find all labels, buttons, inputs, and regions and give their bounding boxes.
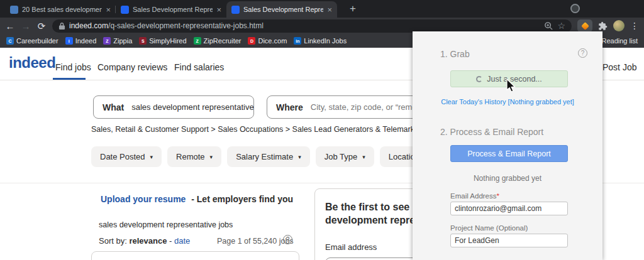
dice-favicon: D <box>248 37 255 45</box>
clear-history-link[interactable]: Clear Today's History [Nothing grabbed y… <box>413 98 602 106</box>
where-placeholder: City, state, zip code, or “remote” <box>311 102 426 112</box>
leadgrabber-extension-icon[interactable] <box>577 19 592 32</box>
panel-help-icon[interactable]: ? <box>578 48 587 58</box>
tab-2[interactable]: Sales Development Representati × <box>116 1 226 18</box>
ziprecruiter-favicon: Z <box>194 37 201 45</box>
new-tab-button[interactable]: + <box>350 3 356 15</box>
sort-by-label: Sort by: <box>99 236 127 246</box>
filter-label: Date Posted <box>100 152 145 161</box>
bookmark-label: Dice.com <box>258 37 287 45</box>
zippia-favicon: Z <box>103 37 111 45</box>
tab-title: Sales Development Representati <box>133 6 213 13</box>
nav-find-salaries[interactable]: Find salaries <box>174 62 224 72</box>
nav-find-jobs[interactable]: Find jobs <box>55 62 91 72</box>
close-tab-icon[interactable]: × <box>327 5 332 14</box>
filter-job-type[interactable]: Job Type ▾ <box>316 146 374 167</box>
close-tab-icon[interactable]: × <box>216 5 221 14</box>
close-tab-icon[interactable]: × <box>106 5 111 14</box>
step2-title: 2. Process & Email Report <box>440 127 543 137</box>
what-label: What <box>103 102 124 112</box>
page-favicon <box>231 6 240 14</box>
email-address-label: Email Address* <box>450 192 499 200</box>
bookmark-label: Indeed <box>75 37 97 45</box>
filter-salary-estimate[interactable]: Salary Estimate ▾ <box>227 146 310 167</box>
sort-relevance[interactable]: relevance <box>129 236 167 246</box>
where-label: Where <box>276 102 303 112</box>
step1-title: 1. Grab <box>440 49 470 59</box>
nav-company-reviews[interactable]: Company reviews <box>97 62 167 72</box>
bookmark-dice[interactable]: D Dice.com <box>248 37 287 45</box>
reading-list-label: Reading list <box>602 37 638 45</box>
mouse-cursor <box>505 79 516 94</box>
address-bar[interactable]: indeed.com/q-sales-development-represent… <box>52 19 572 33</box>
upload-resume-text: - Let employers find you <box>191 194 293 204</box>
tab-1[interactable]: 20 Best sales development repre × <box>5 1 116 18</box>
bookmark-zippia[interactable]: Z Zippia <box>103 37 132 45</box>
record-indicator-icon[interactable] <box>570 4 580 13</box>
results-help-icon[interactable]: ? <box>283 235 292 244</box>
url-text: indeed.com/q-sales-development-represent… <box>69 21 264 30</box>
diamond-icon <box>581 22 589 30</box>
page-count-info: Page 1 of 55,240 jobs <box>217 237 294 246</box>
breadcrumb[interactable]: Sales, Retail & Customer Support > Sales… <box>91 125 432 134</box>
bookmark-star-icon[interactable]: ☆ <box>557 21 565 30</box>
filter-remote[interactable]: Remote ▾ <box>167 146 221 167</box>
required-asterisk: * <box>497 192 499 200</box>
page-favicon <box>121 6 129 14</box>
chevron-down-icon: ▾ <box>298 154 301 160</box>
bookmark-simplyhired[interactable]: S SimplyHired <box>139 37 186 45</box>
page-favicon <box>10 6 18 14</box>
process-email-button[interactable]: Process & Email Report <box>450 145 568 162</box>
chevron-down-icon: ▾ <box>362 154 365 160</box>
indeed-favicon: i <box>65 37 73 45</box>
reload-button[interactable]: ⟳ <box>36 21 47 31</box>
panel-status-text: Nothing grabbed yet <box>413 174 602 183</box>
results-subtitle: sales development representative jobs <box>99 220 233 229</box>
bookmark-label: ZipRecruiter <box>204 37 242 45</box>
email-label-text: Email Address <box>450 192 497 200</box>
tab-3-active[interactable]: Sales Development Representati × <box>226 1 337 18</box>
post-job-link[interactable]: Post Job <box>602 62 636 72</box>
job-card[interactable] <box>91 251 299 260</box>
chevron-down-icon: ▾ <box>150 154 153 160</box>
simplyhired-favicon: S <box>139 37 147 45</box>
spinner-icon <box>476 76 482 82</box>
email-input[interactable] <box>450 202 568 215</box>
browser-window: 20 Best sales development repre × Sales … <box>0 0 644 260</box>
filter-label: Job Type <box>325 152 358 161</box>
lock-icon <box>58 22 65 30</box>
indeed-logo[interactable]: indeed <box>9 54 55 72</box>
sort-date-link[interactable]: date <box>174 236 190 246</box>
tab-title: 20 Best sales development repre <box>22 6 102 13</box>
project-name-input[interactable] <box>450 234 568 247</box>
filter-date-posted[interactable]: Date Posted ▾ <box>91 146 162 167</box>
leadgrabber-panel: 1. Grab ? Just a second... Clear Today's… <box>413 31 602 260</box>
bookmark-careerbuilder[interactable]: C Careerbuilder <box>6 37 58 45</box>
project-name-label: Project Name (Optional) <box>450 224 528 232</box>
tab-bar: 20 Best sales development repre × Sales … <box>0 0 644 18</box>
bookmark-label: LinkedIn Jobs <box>304 37 347 45</box>
zoom-icon[interactable] <box>544 21 553 31</box>
back-button[interactable]: ← <box>5 21 15 31</box>
bookmark-linkedin-jobs[interactable]: in LinkedIn Jobs <box>294 37 347 45</box>
tab-title: Sales Development Representati <box>243 6 323 13</box>
bookmark-indeed[interactable]: i Indeed <box>65 37 97 45</box>
sort-separator: - <box>169 236 172 246</box>
profile-avatar[interactable] <box>613 20 625 31</box>
sort-controls: Sort by: relevance - date <box>99 236 190 246</box>
bookmark-label: Careerbuilder <box>16 37 58 45</box>
forward-button[interactable]: → <box>21 21 31 31</box>
active-nav-underline <box>53 78 86 80</box>
upload-resume-link[interactable]: Upload your resume <box>101 194 186 204</box>
filter-label: Salary Estimate <box>236 152 293 161</box>
where-search-field[interactable]: Where City, state, zip code, or “remote” <box>267 95 431 119</box>
linkedin-favicon: in <box>294 37 301 45</box>
upload-resume-banner: Upload your resume - Let employers find … <box>101 194 293 204</box>
extensions-puzzle-icon[interactable] <box>598 21 608 31</box>
browser-menu-icon[interactable]: ⋮ <box>630 21 639 30</box>
what-search-field[interactable]: What sales development representative <box>93 95 254 119</box>
what-value: sales development representative <box>131 102 253 112</box>
bookmark-ziprecruiter[interactable]: Z ZipRecruiter <box>194 37 242 45</box>
chevron-down-icon: ▾ <box>210 154 213 160</box>
filter-label: Remote <box>176 152 205 161</box>
